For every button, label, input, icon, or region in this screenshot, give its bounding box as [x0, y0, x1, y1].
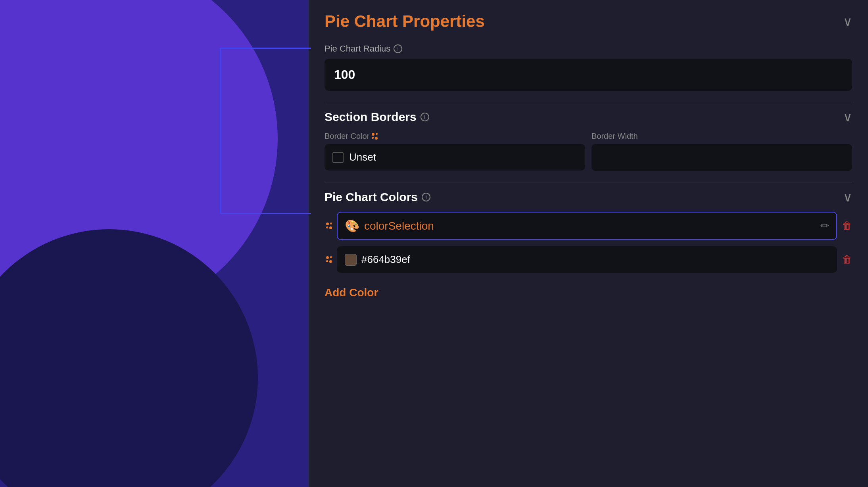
- pie-chart-radius-info-icon[interactable]: i: [394, 44, 402, 53]
- pie-chart-colors-info-icon[interactable]: i: [422, 193, 430, 201]
- panel-title: Pie Chart Properties: [325, 12, 485, 31]
- drag-handle-2-icon[interactable]: [326, 256, 332, 263]
- pie-chart-radius-section: Pie Chart Radius i: [325, 44, 852, 91]
- add-color-button[interactable]: Add Color: [325, 283, 378, 302]
- color-hex-text: #664b39ef: [361, 253, 829, 266]
- divider-1: [325, 102, 852, 102]
- color-swatch-icon[interactable]: [372, 133, 378, 140]
- divider-2: [325, 182, 852, 182]
- panel-collapse-icon[interactable]: ∨: [843, 14, 852, 29]
- color-hex-delete-icon[interactable]: 🗑: [842, 253, 852, 266]
- pie-chart-colors-header: Pie Chart Colors i ∨: [325, 190, 852, 205]
- border-width-column: Border Width: [591, 132, 852, 171]
- color-selection-delete-icon[interactable]: 🗑: [842, 220, 852, 232]
- pie-chart-colors-section: Pie Chart Colors i ∨ 🎨 colorSelection ✏ …: [325, 190, 852, 302]
- section-borders-info-icon[interactable]: i: [421, 113, 429, 121]
- color-item-2: #664b39ef 🗑: [325, 246, 852, 273]
- pie-chart-radius-input[interactable]: [325, 59, 852, 91]
- color-item-1: 🎨 colorSelection ✏ 🗑: [325, 212, 852, 240]
- drag-handle-1-icon[interactable]: [326, 222, 332, 229]
- border-width-field[interactable]: [591, 144, 852, 171]
- section-borders-header: Section Borders i ∨: [325, 109, 852, 125]
- palette-icon: 🎨: [345, 219, 359, 233]
- border-color-unset-text: Unset: [349, 151, 376, 163]
- border-color-label: Border Color: [325, 132, 585, 141]
- section-borders-label: Section Borders: [325, 110, 417, 124]
- color-selection-text: colorSelection: [364, 220, 816, 232]
- properties-panel: Pie Chart Properties ∨ Pie Chart Radius …: [309, 0, 868, 487]
- connector-border: [220, 48, 311, 214]
- border-controls-row: Border Color Unset Border Width: [325, 132, 852, 171]
- pie-chart-colors-label: Pie Chart Colors: [325, 190, 418, 204]
- color-preview-box: [345, 254, 357, 266]
- section-borders-section: Section Borders i ∨ Border Color Unse: [325, 109, 852, 171]
- section-borders-collapse-icon[interactable]: ∨: [843, 109, 852, 125]
- color-selection-item[interactable]: 🎨 colorSelection ✏: [337, 212, 837, 240]
- border-color-column: Border Color Unset: [325, 132, 585, 171]
- border-color-field[interactable]: Unset: [325, 144, 585, 171]
- pie-chart-radius-label: Pie Chart Radius i: [325, 44, 852, 54]
- panel-header: Pie Chart Properties ∨: [325, 12, 852, 31]
- border-width-label: Border Width: [591, 132, 852, 141]
- pie-chart-colors-collapse-icon[interactable]: ∨: [843, 190, 852, 205]
- color-selection-edit-icon[interactable]: ✏: [820, 220, 829, 232]
- color-hex-item[interactable]: #664b39ef: [337, 246, 837, 273]
- border-color-checkbox[interactable]: [332, 152, 344, 163]
